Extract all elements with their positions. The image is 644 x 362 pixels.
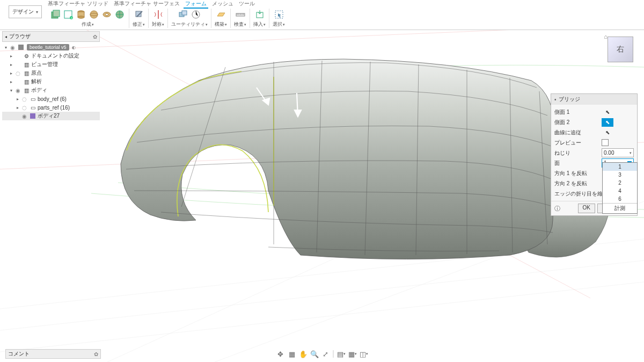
group-icon: ▭ bbox=[29, 95, 36, 103]
create-sphere-icon[interactable] bbox=[88, 9, 100, 20]
browser-panel: ブラウザ✿ ▾◉ beetle_tutorial v5◐ ▸⚙ドキュメントの設定… bbox=[2, 31, 100, 120]
create-torus-icon[interactable] bbox=[101, 9, 113, 20]
group-label-construct: 構築▾ bbox=[215, 21, 227, 28]
folder-icon: ▥ bbox=[23, 69, 30, 77]
create-quadball-icon[interactable] bbox=[114, 9, 126, 20]
label-side1: 側面 1 bbox=[554, 108, 602, 116]
insert-icon[interactable] bbox=[254, 9, 266, 20]
folder-icon: ▥ bbox=[23, 61, 30, 68]
svg-point-19 bbox=[78, 16, 84, 18]
nav-toolbar: ✥ ▦ ✋ 🔍 ⤢ ▤▾ ▦▾ ◫▾ bbox=[276, 349, 369, 359]
utility-repair-icon[interactable] bbox=[190, 9, 202, 20]
tab-surface[interactable]: 基準フィーチャ サーフェス bbox=[112, 0, 181, 9]
component-icon bbox=[17, 44, 25, 51]
tspline-body-icon bbox=[29, 112, 36, 120]
dropdown-option[interactable]: 2 bbox=[603, 179, 637, 187]
create-box-icon[interactable] bbox=[49, 9, 61, 20]
svg-rect-27 bbox=[182, 11, 187, 15]
dropdown-option[interactable]: 4 bbox=[603, 187, 637, 195]
group-label-symmetry: 対称▾ bbox=[152, 21, 164, 28]
tree-views[interactable]: ▸▥ビュー管理 bbox=[2, 60, 100, 69]
tree-analysis[interactable]: ▸▥解析 bbox=[2, 77, 100, 86]
orbit-icon[interactable]: ✥ bbox=[276, 349, 286, 359]
gear-icon: ⚙ bbox=[23, 52, 30, 60]
pan-icon[interactable]: ✋ bbox=[298, 349, 308, 359]
label-faces: 面 bbox=[554, 160, 602, 167]
group-label-insert: 挿入▾ bbox=[253, 21, 266, 28]
inspect-measure-icon[interactable] bbox=[235, 9, 246, 20]
viewcube[interactable]: 右 bbox=[608, 37, 633, 62]
tree-body-ref[interactable]: ▸◌▭body_ref (6) bbox=[2, 95, 100, 103]
label-twist: ねじり bbox=[554, 149, 602, 157]
tab-tools[interactable]: ツール bbox=[237, 0, 257, 9]
select-side1[interactable]: ⬉ bbox=[602, 108, 613, 117]
label-side2: 側面 2 bbox=[554, 119, 602, 126]
comment-bar[interactable]: コメント✿ bbox=[5, 349, 101, 359]
tree-origin[interactable]: ▸◌▥原点 bbox=[2, 69, 100, 77]
group-icon: ▭ bbox=[29, 104, 36, 111]
ok-button[interactable]: OK bbox=[578, 204, 595, 213]
dropdown-option[interactable]: 3 bbox=[603, 171, 637, 179]
dropdown-option[interactable]: 6 bbox=[603, 195, 637, 203]
label-follow-curve: 曲線に追従 bbox=[554, 129, 602, 136]
select-side2[interactable]: ⬉ bbox=[602, 118, 613, 127]
group-label-select: 選択▾ bbox=[273, 21, 285, 28]
viewport-layout-icon[interactable]: ◫▾ bbox=[359, 349, 369, 359]
group-label-utility: ユーティリティ▾ bbox=[171, 21, 208, 28]
comment-settings-icon[interactable]: ✿ bbox=[94, 351, 98, 357]
look-at-icon[interactable]: ▦ bbox=[287, 349, 297, 359]
workspace-switcher[interactable]: デザイン bbox=[9, 5, 42, 18]
dialog-title[interactable]: ブリッジ bbox=[551, 94, 637, 105]
tree-doc-settings[interactable]: ▸⚙ドキュメントの設定 bbox=[2, 52, 100, 60]
zoom-icon[interactable]: 🔍 bbox=[310, 349, 319, 359]
viewcube-home-icon[interactable]: ⌂ bbox=[604, 33, 608, 40]
construct-plane-icon[interactable] bbox=[215, 9, 227, 20]
tab-mesh[interactable]: メッシュ bbox=[210, 0, 235, 9]
ribbon-tabs: 基準フィーチャ ソリッド 基準フィーチャ サーフェス フォーム メッシュ ツール bbox=[46, 0, 257, 9]
dropdown-measure[interactable]: 計測 bbox=[603, 203, 637, 213]
ribbon-tool-groups: + 作成▾ 修正▾ 対称▾ ユーティリティ▾ bbox=[46, 9, 288, 29]
tab-solid[interactable]: 基準フィーチャ ソリッド bbox=[46, 0, 110, 9]
symmetry-icon[interactable] bbox=[152, 9, 164, 20]
svg-rect-13 bbox=[53, 10, 60, 17]
svg-rect-37 bbox=[18, 45, 24, 50]
group-label-create: 作成▾ bbox=[82, 21, 94, 28]
select-icon[interactable] bbox=[273, 9, 285, 20]
svg-point-23 bbox=[105, 13, 108, 16]
grid-toggle-icon[interactable]: ▦▾ bbox=[348, 349, 357, 359]
create-sketch-icon[interactable]: + bbox=[62, 9, 74, 20]
info-icon[interactable]: ⓘ bbox=[554, 205, 560, 213]
browser-header[interactable]: ブラウザ✿ bbox=[2, 31, 100, 42]
svg-line-3 bbox=[0, 260, 644, 330]
ribbon: デザイン 基準フィーチャ ソリッド 基準フィーチャ サーフェス フォーム メッシ… bbox=[0, 0, 644, 30]
display-style-icon[interactable]: ▤▾ bbox=[336, 349, 346, 359]
folder-icon: ▥ bbox=[23, 78, 30, 85]
dropdown-option[interactable]: 1 bbox=[603, 163, 637, 171]
faces-dropdown[interactable]: 1 3 2 4 6 計測 bbox=[602, 162, 638, 214]
group-label-modify: 修正▾ bbox=[133, 21, 145, 28]
tree-root[interactable]: ▾◉ beetle_tutorial v5◐ bbox=[2, 43, 100, 52]
svg-rect-38 bbox=[30, 113, 35, 119]
label-preview: プレビュー bbox=[554, 139, 602, 147]
svg-point-20 bbox=[90, 11, 98, 18]
input-twist[interactable]: 0.00▾ bbox=[602, 148, 634, 157]
svg-text:+: + bbox=[71, 16, 73, 19]
browser-settings-icon[interactable]: ✿ bbox=[93, 34, 97, 40]
modify-edit-icon[interactable] bbox=[133, 9, 145, 20]
group-label-inspect: 検査▾ bbox=[234, 21, 246, 28]
tree-body27[interactable]: ◉ボディ27 bbox=[2, 112, 100, 120]
tab-form[interactable]: フォーム bbox=[184, 0, 208, 9]
svg-line-4 bbox=[0, 282, 644, 352]
fit-icon[interactable]: ⤢ bbox=[321, 349, 331, 359]
select-follow-curve[interactable]: ⬉ bbox=[602, 128, 613, 137]
svg-rect-25 bbox=[136, 11, 141, 17]
utility-display-icon[interactable] bbox=[177, 9, 189, 20]
folder-icon: ▥ bbox=[23, 86, 30, 94]
checkbox-preview[interactable] bbox=[602, 139, 609, 146]
tree-bodies[interactable]: ▾◉▥ボディ bbox=[2, 86, 100, 95]
tree-parts-ref[interactable]: ▸◌▭parts_ref (16) bbox=[2, 103, 100, 112]
create-cylinder-icon[interactable] bbox=[75, 9, 87, 20]
